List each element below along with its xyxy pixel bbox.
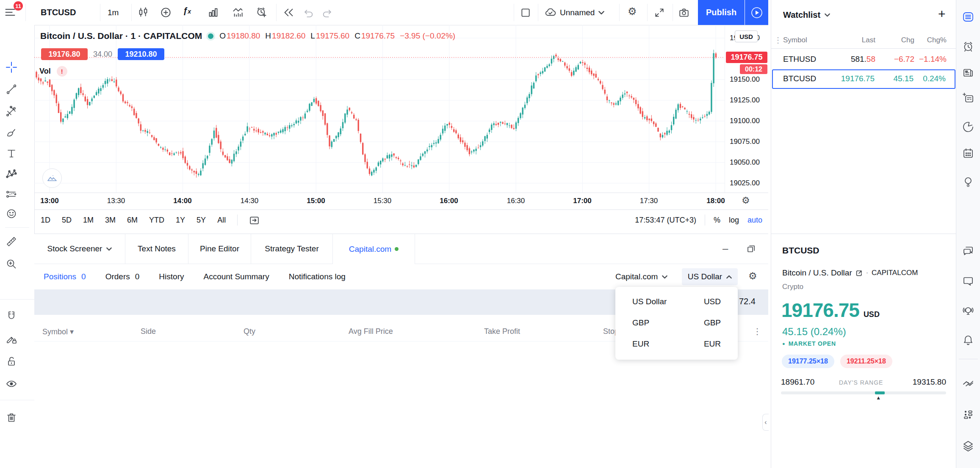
external-link-icon[interactable] [855, 270, 863, 277]
quick-trade-button[interactable] [745, 0, 768, 25]
watchlist-row-btcusd[interactable]: BTCUSD 19176.75 45.15 0.24% [772, 69, 955, 89]
broker-watermark[interactable] [42, 168, 62, 188]
measure-tool-button[interactable] [6, 236, 17, 247]
redo-button[interactable] [322, 8, 332, 18]
watchlist-title-button[interactable]: Watchlist [783, 10, 830, 20]
prediction-tool-button[interactable] [6, 189, 17, 200]
col-last[interactable]: Last [862, 36, 875, 44]
time-axis-settings-button[interactable]: ⚙ [742, 195, 750, 206]
bid-badge[interactable]: 19177.25×18 [782, 355, 834, 368]
trend-line-tool-button[interactable] [6, 84, 17, 95]
magnet-mode-button[interactable] [6, 311, 17, 322]
dropdown-item-usd[interactable]: US DollarUSD [615, 291, 738, 312]
market-status-dot[interactable] [208, 33, 213, 39]
indicator-templates-button[interactable] [208, 7, 219, 18]
chart-symbol-title[interactable]: Bitcoin / U.S. Dollar · 1 · CAPITALCOM [40, 31, 202, 41]
publish-button[interactable]: Publish [698, 0, 745, 25]
hide-drawings-button[interactable] [6, 378, 17, 389]
compare-button[interactable] [160, 7, 172, 18]
col-qty[interactable]: Qty [244, 327, 255, 336]
axis-currency-button[interactable]: USD [735, 30, 758, 42]
watchlist-row-ethusd[interactable]: ETHUSD 581.58 −6.72 −1.14% [771, 50, 956, 69]
news-panel-button[interactable] [962, 67, 974, 79]
notifications-button[interactable] [962, 334, 974, 346]
undo-button[interactable] [303, 8, 314, 18]
col-symbol[interactable]: Symbol ▾ [42, 327, 74, 336]
range-5y[interactable]: 5Y [197, 216, 206, 225]
interval-button[interactable]: 1m [108, 0, 119, 25]
bid-price-badge[interactable]: 19176.80 [41, 48, 88, 60]
main-menu-button[interactable]: 11 [4, 6, 21, 19]
col-side[interactable]: Side [141, 327, 156, 336]
zoom-in-tool-button[interactable] [6, 259, 17, 270]
col-take-profit[interactable]: Take Profit [484, 327, 520, 336]
subtab-positions[interactable]: Positions0 [44, 272, 86, 281]
chart-settings-button[interactable]: ⚙ [628, 6, 637, 17]
tab-pine-editor[interactable]: Pine Editor [188, 234, 251, 264]
detail-symbol[interactable]: BTCUSD [782, 245, 819, 256]
range-1d[interactable]: 1D [41, 216, 50, 225]
dropdown-item-gbp[interactable]: GBPGBP [615, 312, 738, 333]
panel-settings-button[interactable]: ⚙ [748, 270, 757, 282]
bar-replay-button[interactable] [283, 7, 294, 18]
alert-button[interactable] [256, 7, 267, 18]
calendar-button[interactable] [962, 148, 974, 160]
time-axis[interactable]: 13:00 13:30 14:00 14:30 15:00 15:30 16:0… [34, 193, 768, 209]
tab-stock-screener[interactable]: Stock Screener [34, 234, 125, 264]
emoji-tool-button[interactable] [6, 208, 17, 219]
layout-name-button[interactable]: Unnamed [545, 0, 604, 25]
log-scale-button[interactable]: log [729, 216, 739, 225]
ask-price-badge[interactable]: 19210.80 [118, 48, 164, 60]
subtab-history[interactable]: History [159, 272, 184, 281]
pattern-tool-button[interactable] [6, 168, 17, 179]
col-chg[interactable]: Chg [901, 36, 914, 44]
object-tree-button[interactable] [962, 440, 974, 452]
subtab-notifications-log[interactable]: Notifications log [289, 272, 346, 281]
streams-button[interactable] [962, 305, 974, 317]
dropdown-item-eur[interactable]: EUREUR [615, 333, 738, 355]
remove-drawings-button[interactable] [6, 412, 17, 423]
tab-capital-com[interactable]: Capital.com [333, 234, 415, 264]
indicators-button[interactable]: ƒx [183, 6, 191, 16]
panel-minimize-button[interactable]: – [723, 242, 728, 254]
col-avg-fill-price[interactable]: Avg Fill Price [349, 327, 393, 336]
tab-text-notes[interactable]: Text Notes [125, 234, 188, 264]
ideas-button[interactable] [962, 176, 974, 188]
range-5d[interactable]: 5D [62, 216, 72, 225]
forecast-button[interactable] [232, 7, 244, 18]
hotlists-button[interactable] [962, 121, 974, 133]
range-ytd[interactable]: YTD [149, 216, 164, 225]
order-panel-button[interactable] [962, 377, 974, 389]
range-1y[interactable]: 1Y [176, 216, 185, 225]
brush-tool-button[interactable] [6, 127, 17, 138]
col-chgp[interactable]: Chg% [927, 36, 947, 44]
fullscreen-button[interactable] [654, 7, 665, 18]
volume-label[interactable]: Vol [39, 67, 51, 76]
layout-select-button[interactable] [520, 7, 531, 18]
data-window-button[interactable] [962, 92, 974, 104]
panel-maximize-button[interactable] [747, 244, 756, 253]
volume-error-badge[interactable]: ! [57, 66, 67, 77]
col-symbol[interactable]: Symbol [783, 36, 807, 44]
add-symbol-button[interactable]: + [938, 7, 946, 21]
gann-fib-tool-button[interactable] [6, 106, 17, 117]
table-more-button[interactable]: ⋮ [753, 326, 761, 336]
chart-type-button[interactable] [137, 7, 149, 18]
drag-handle-icon[interactable]: ⋮ [774, 36, 782, 45]
price-axis[interactable]: 19200.00 19150.00 19125.00 19100.00 1907… [725, 25, 769, 193]
percent-scale-button[interactable]: % [714, 216, 720, 225]
clock-label[interactable]: 17:53:47 (UTC+3) [635, 216, 696, 225]
tab-strategy-tester[interactable]: Strategy Tester [251, 234, 333, 264]
drawing-mode-button[interactable] [6, 333, 17, 344]
symbol-search-button[interactable]: BTCUSD [41, 0, 76, 25]
range-6m[interactable]: 6M [127, 216, 138, 225]
range-1m[interactable]: 1M [83, 216, 94, 225]
text-tool-button[interactable] [6, 148, 17, 159]
range-3m[interactable]: 3M [105, 216, 116, 225]
broker-select[interactable]: Capital.com [615, 264, 667, 289]
alerts-panel-button[interactable] [962, 41, 974, 52]
range-all[interactable]: All [217, 216, 226, 225]
subtab-orders[interactable]: Orders0 [105, 272, 140, 281]
dom-panel-button[interactable] [962, 409, 974, 421]
private-chat-button[interactable] [962, 275, 974, 287]
